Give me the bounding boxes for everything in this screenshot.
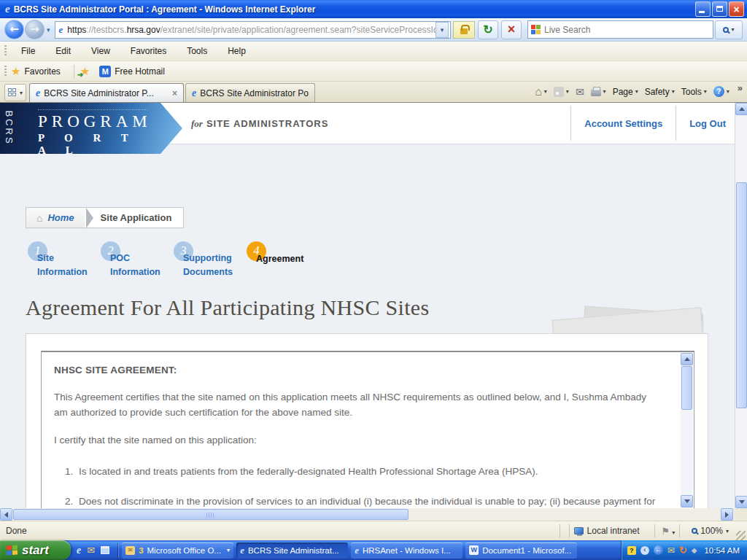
agreement-scrollbar[interactable] bbox=[681, 353, 693, 508]
printer-icon bbox=[591, 89, 601, 96]
page-horizontal-scrollbar[interactable] bbox=[0, 508, 735, 521]
search-input[interactable] bbox=[544, 25, 710, 35]
divider bbox=[679, 524, 680, 537]
scrollbar-thumb[interactable] bbox=[13, 509, 409, 520]
menu-favorites[interactable]: Favorites bbox=[120, 43, 177, 59]
help-tray-icon[interactable]: ? bbox=[627, 546, 636, 555]
step-site-information[interactable]: 1 Site Information bbox=[26, 241, 98, 284]
tab-bcrs-agreement[interactable]: e BCRS Site Administrator P... × bbox=[29, 83, 184, 102]
url-text: https://testbcrs.hrsa.gov/extranet/site/… bbox=[67, 25, 436, 35]
home-icon: ⌂ bbox=[36, 212, 42, 224]
zoom-dropdown[interactable]: ▾ bbox=[726, 528, 729, 534]
recent-pages-dropdown[interactable]: ▾ bbox=[47, 26, 50, 34]
resize-grip[interactable] bbox=[736, 531, 746, 540]
menu-tools[interactable]: Tools bbox=[177, 43, 217, 59]
tab-list-dropdown[interactable]: ▾ bbox=[20, 90, 23, 96]
add-to-favorites-button[interactable]: ★➜ bbox=[80, 65, 93, 78]
search-box[interactable] bbox=[527, 20, 713, 39]
clock: 10:54 AM bbox=[704, 546, 740, 555]
search-options-dropdown[interactable]: ▾ bbox=[731, 26, 734, 33]
close-tab-icon[interactable]: × bbox=[172, 88, 177, 98]
tab-bcrs-portal[interactable]: e BCRS Site Administrator Port... bbox=[185, 83, 315, 102]
menu-help[interactable]: Help bbox=[217, 43, 256, 59]
taskbar-item-hrsanet[interactable]: e HRSAnet - Windows I... bbox=[351, 542, 462, 559]
scrollbar-thumb[interactable] bbox=[681, 366, 692, 410]
tab-label: BCRS Site Administrator P... bbox=[44, 88, 169, 98]
protected-mode-button[interactable]: ⚑▾ bbox=[659, 526, 676, 537]
read-mail-button[interactable]: ✉ bbox=[576, 86, 584, 98]
free-hotmail-link[interactable]: Free Hotmail bbox=[115, 66, 165, 77]
agreement-item: Does not discriminate in the provision o… bbox=[76, 494, 657, 508]
tools-menu-button[interactable]: Tools▾ bbox=[681, 87, 707, 97]
ie-quicklaunch-icon[interactable]: e bbox=[77, 545, 81, 556]
search-go-button[interactable]: ▾ bbox=[715, 20, 743, 39]
step-poc-information[interactable]: 2 POC Information bbox=[98, 241, 171, 284]
taskbar-item-bcrs[interactable]: e BCRS Site Administrat... bbox=[236, 542, 348, 559]
ie-icon: e bbox=[240, 545, 244, 556]
taskbar-item-word[interactable]: W Document1 - Microsof... bbox=[465, 542, 577, 559]
hide-icons-button[interactable]: ‹ bbox=[640, 546, 649, 555]
mail-tray-icon[interactable]: ✉ bbox=[667, 545, 675, 556]
help-button[interactable]: ?▾ bbox=[713, 86, 729, 97]
restore-button[interactable] bbox=[712, 1, 727, 17]
scroll-right-button[interactable] bbox=[721, 508, 733, 521]
account-settings-link[interactable]: Account Settings bbox=[584, 118, 662, 129]
device-tray-icon[interactable]: ◆ bbox=[692, 546, 697, 554]
sync-tray-icon[interactable]: ↻ bbox=[679, 545, 687, 556]
minimize-icon bbox=[699, 11, 705, 13]
scroll-up-button[interactable] bbox=[735, 103, 747, 115]
menu-file[interactable]: File bbox=[11, 43, 45, 59]
minimize-button[interactable] bbox=[695, 1, 711, 17]
toolbar-grip[interactable] bbox=[4, 66, 7, 77]
messenger-tray-icon[interactable]: ← bbox=[654, 545, 663, 555]
window-titlebar[interactable]: e BCRS Site Administrator Portal : Agree… bbox=[0, 0, 747, 18]
step-agreement[interactable]: 4 Agreement bbox=[244, 241, 317, 284]
print-button[interactable]: ▾ bbox=[591, 87, 606, 96]
menu-view[interactable]: View bbox=[81, 43, 120, 59]
ie-favicon-icon: e bbox=[36, 88, 40, 99]
show-desktop-icon[interactable] bbox=[101, 546, 109, 554]
scroll-up-button[interactable] bbox=[681, 353, 693, 365]
safety-menu-button[interactable]: Safety▾ bbox=[645, 87, 675, 97]
toolbar-overflow-chevron[interactable]: » bbox=[738, 82, 743, 93]
page-menu-button[interactable]: Page▾ bbox=[613, 87, 638, 97]
status-bar: Done Local intranet ⚑▾ 100% ▾ bbox=[0, 521, 747, 540]
step-supporting-documents[interactable]: 3 Supporting Documents bbox=[171, 241, 244, 284]
page-title: Agreement For All Participating NHSC Sit… bbox=[26, 295, 429, 320]
toolbar-grip[interactable] bbox=[4, 45, 7, 57]
close-button[interactable]: × bbox=[729, 1, 744, 17]
ie-icon: e bbox=[355, 545, 359, 556]
scroll-down-button[interactable] bbox=[681, 495, 693, 508]
home-button[interactable]: ⌂▾ bbox=[535, 87, 547, 97]
bcrs-vertical-text: BCRS bbox=[4, 110, 15, 145]
security-lock-button[interactable] bbox=[453, 21, 475, 39]
page-vertical-scrollbar[interactable] bbox=[735, 103, 747, 508]
taskbar-group-office[interactable]: ✉ 3 Microsoft Office O... ▾ bbox=[122, 542, 233, 559]
quick-tabs-button[interactable]: ▾ bbox=[4, 84, 26, 101]
tab-bar: ▾ e BCRS Site Administrator P... × e BCR… bbox=[0, 82, 747, 103]
forward-button[interactable]: → bbox=[25, 20, 44, 39]
stop-button[interactable]: × bbox=[501, 20, 522, 39]
start-button[interactable]: start bbox=[0, 540, 71, 560]
scroll-down-button[interactable] bbox=[735, 496, 747, 508]
address-input[interactable]: e https://testbcrs.hrsa.gov/extranet/sit… bbox=[55, 21, 451, 39]
scroll-left-button[interactable] bbox=[0, 508, 12, 521]
security-zone[interactable]: Local intranet bbox=[574, 526, 640, 536]
address-dropdown[interactable]: ▾ bbox=[436, 22, 449, 38]
log-out-link[interactable]: Log Out bbox=[689, 118, 726, 129]
outlook-icon: ✉ bbox=[125, 546, 135, 555]
word-icon: W bbox=[469, 545, 479, 555]
zoom-control[interactable]: 100% ▾ bbox=[692, 526, 729, 536]
breadcrumb-home[interactable]: ⌂ Home bbox=[26, 208, 85, 228]
feeds-button[interactable]: ▾ bbox=[554, 87, 569, 97]
scrollbar-thumb[interactable] bbox=[736, 182, 747, 408]
outlook-quicklaunch-icon[interactable]: ✉ bbox=[87, 545, 95, 556]
agreement-list: Is located in and treats patients from t… bbox=[76, 464, 657, 508]
taskbar: start e ✉ ✉ 3 Microsoft Office O... ▾ e … bbox=[0, 540, 747, 560]
back-button[interactable]: ← bbox=[4, 20, 24, 39]
favorites-button[interactable]: Favorites bbox=[24, 66, 60, 77]
menu-edit[interactable]: Edit bbox=[45, 43, 81, 59]
refresh-button[interactable]: ↻ bbox=[478, 20, 498, 39]
scrollbar-corner bbox=[735, 508, 747, 521]
divider bbox=[676, 106, 676, 141]
